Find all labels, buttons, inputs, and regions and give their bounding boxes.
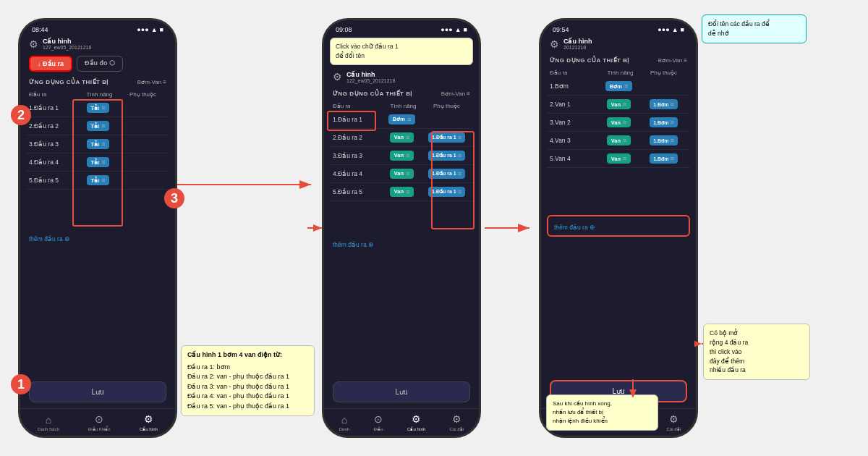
row-feature-2-4[interactable]: Van≡ [380,169,423,179]
tab-dau-ra-1[interactable]: ↓ Đầu ra [29,56,72,72]
table-row-2-3[interactable]: 3.Đầu ra 3 Van≡ 1.Đầu ra 1≡ [330,147,473,165]
home-icon-1: ⌂ [46,414,51,426]
row-feature-3-4[interactable]: Van≡ [597,135,640,145]
tag-bom-2-1[interactable]: Bơm≡ [388,114,415,124]
dep-tag-3-3[interactable]: 1.Bđm≡ [650,117,678,127]
row-feature-1-3[interactable]: Tải≡ [77,139,119,149]
row-feature-2-2[interactable]: Van≡ [380,132,423,143]
time-1: 08:44 [32,26,48,33]
row-dep-3-4[interactable]: 1.Bđm≡ [640,135,687,145]
callout-rename-text: Đổi tên các đầu ra đểdễ nhớ [708,20,770,37]
table-row-2-5[interactable]: 5.Đầu ra 5 Van≡ 1.Đầu ra 1≡ [330,183,473,201]
nav-config-label-1: Cấu hình [140,426,158,431]
row-dep-2-5[interactable]: 1.Đầu ra 1≡ [423,187,470,197]
tag-tai-1-4[interactable]: Tải≡ [87,157,110,167]
row-dep-3-2[interactable]: 1.Bđm≡ [640,99,687,109]
tag-van-2-4[interactable]: Van≡ [390,169,414,179]
section-right-1[interactable]: Bơm-Van ≡ [137,79,166,85]
row-name-2-2: 2.Đầu ra 2 [333,134,380,141]
add-link-2[interactable]: thêm đầu ra ⊕ [333,241,374,248]
dep-tag-2-2[interactable]: 1.Đầu ra 1≡ [428,132,465,143]
tag-van-3-5[interactable]: Van≡ [607,153,631,164]
nav-config-1[interactable]: ⚙ Cấu hình [140,413,158,431]
tag-van-2-3[interactable]: Van≡ [390,151,414,161]
section-header-2: ỨNG DỤNG CỦA THIẾT BỊ Bơm-Van ≡ [324,86,479,101]
table-row-1-1[interactable]: 1.Đầu ra 1 Tải≡ [26,99,169,117]
nav-control-2[interactable]: ⊙ Điều [374,413,383,431]
row-dep-2-2[interactable]: 1.Đầu ra 1≡ [423,132,470,143]
save-button-2[interactable]: Lưu [333,381,470,402]
row-name-3-3: 3.Van 2 [550,119,597,126]
row-feature-1-2[interactable]: Tải≡ [77,121,119,131]
row-feature-1-4[interactable]: Tải≡ [77,157,119,167]
dep-tag-3-2[interactable]: 1.Bđm≡ [650,99,678,109]
dep-tag-3-4[interactable]: 1.Bđm≡ [650,135,678,145]
row-name-3-1: 1.Bơm [550,83,597,90]
dep-tag-2-3[interactable]: 1.Đầu ra 1≡ [428,151,465,161]
row-dep-2-4[interactable]: 1.Đầu ra 1≡ [423,169,470,179]
row-dep-2-3[interactable]: 1.Đầu ra 1≡ [423,151,470,161]
table-row-1-3[interactable]: 3.Đầu ra 3 Tải≡ [26,135,169,153]
row-feature-1-5[interactable]: Tải≡ [77,175,119,185]
row-feature-3-2[interactable]: Van≡ [597,99,640,109]
row-name-2-3: 3.Đầu ra 3 [333,152,380,159]
row-feature-2-5[interactable]: Van≡ [380,187,423,197]
row-dep-3-3[interactable]: 1.Bđm≡ [640,117,687,127]
row-feature-3-5[interactable]: Van≡ [597,153,640,164]
tag-van-2-2[interactable]: Van≡ [390,132,414,143]
header-title-1: Cấu hình [43,38,166,45]
tag-van-2-5[interactable]: Van≡ [390,187,414,197]
time-2: 09:08 [336,26,352,33]
tag-van-3-4[interactable]: Van≡ [607,135,631,145]
settings-icon-2: ⚙ [333,71,342,83]
table-row-3-5[interactable]: 5.Van 4 Van≡ 1.Bđm≡ [547,150,690,168]
tag-tai-1-2[interactable]: Tải≡ [87,121,110,131]
section-right-2[interactable]: Bơm-Van ≡ [441,90,470,97]
table-row-1-2[interactable]: 2.Đầu ra 2 Tải≡ [26,117,169,135]
dep-tag-2-4[interactable]: 1.Đầu ra 1≡ [428,169,465,179]
row-feature-2-1[interactable]: Bơm≡ [380,114,423,124]
tag-van-3-3[interactable]: Van≡ [607,117,631,127]
table-row-3-1[interactable]: 1.Bơm Bơm≡ [547,77,690,96]
nav-settings-label-3: Cài đặt [667,426,681,431]
add-link-1[interactable]: thêm đầu ra ⊕ [29,235,70,242]
settings-nav-icon-2: ⚙ [452,413,461,425]
table-row-2-2[interactable]: 2.Đầu ra 2 Van≡ 1.Đầu ra 1≡ [330,129,473,147]
nav-config-2[interactable]: ⚙ Cấu hình [407,413,425,431]
section-right-3[interactable]: Bơm-Van ≡ [658,57,687,64]
table-row-1-4[interactable]: 4.Đầu ra 4 Tải≡ [26,153,169,172]
save-button-1[interactable]: Lưu [29,381,166,402]
table-row-1-5[interactable]: 5.Đầu ra 5 Tải≡ [26,172,169,190]
table-row-3-4[interactable]: 4.Van 3 Van≡ 1.Bđm≡ [547,132,690,150]
row-feature-3-1[interactable]: Bơm≡ [597,81,640,91]
callout-rename: Đổi tên các đầu ra đểdễ nhớ [702,14,807,43]
table-row-3-3[interactable]: 3.Van 2 Van≡ 1.Bđm≡ [547,114,690,132]
row-feature-1-1[interactable]: Tải≡ [77,103,119,113]
row-name-3-2: 2.Van 1 [550,101,597,108]
table-row-2-1[interactable]: 1.Đầu ra 1 Bơm≡ [330,111,473,129]
tag-van-3-2[interactable]: Van≡ [607,99,631,109]
click-callout-2: Click vào chữ đầu ra 1để đổi tên [330,38,473,65]
callout-main-line3: Đầu ra 3: van - phụ thuộc đầu ra 1 [187,382,308,392]
row-name-2-5: 5.Đầu ra 5 [333,188,380,195]
table-row-2-4[interactable]: 4.Đầu ra 4 Van≡ 1.Đầu ra 1≡ [330,165,473,183]
nav-control-label-1: Điều Khiển [88,426,111,431]
dep-tag-2-5[interactable]: 1.Đầu ra 1≡ [428,187,465,197]
tag-tai-1-1[interactable]: Tải≡ [87,103,110,113]
tag-bom-3-1[interactable]: Bơm≡ [605,81,632,91]
row-feature-3-3[interactable]: Van≡ [597,117,640,127]
tag-tai-1-3[interactable]: Tải≡ [87,139,110,149]
add-link-3[interactable]: thêm đầu ra ⊕ [554,224,595,231]
nav-settings-3[interactable]: ⚙ Cài đặt [667,413,681,431]
nav-settings-2[interactable]: ⚙ Cài đặt [450,413,464,431]
dep-tag-3-5[interactable]: 1.Bđm≡ [650,153,678,164]
tag-tai-1-5[interactable]: Tải≡ [87,175,110,185]
nav-home-2[interactable]: ⌂ Danh [339,414,349,431]
table-row-3-2[interactable]: 2.Van 1 Van≡ 1.Bđm≡ [547,96,690,114]
row-feature-2-3[interactable]: Van≡ [380,151,423,161]
row-dep-3-5[interactable]: 1.Bđm≡ [640,153,687,164]
row-name-2-1: 1.Đầu ra 1 [333,116,380,123]
tab-dau-do-1[interactable]: Đầu đo ⬡ [77,56,123,72]
nav-control-1[interactable]: ⊙ Điều Khiển [88,413,111,431]
nav-home-1[interactable]: ⌂ Danh Sách [38,414,59,431]
